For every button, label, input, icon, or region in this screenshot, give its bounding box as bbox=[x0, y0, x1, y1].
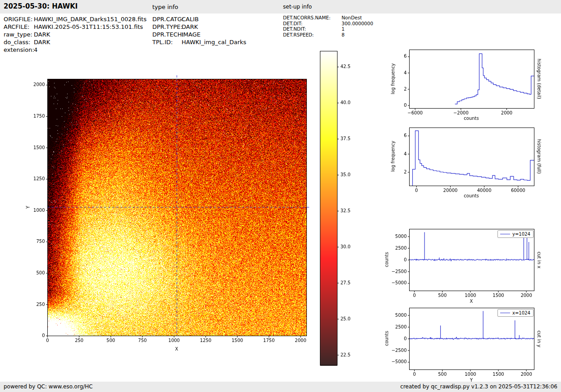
dark-frame-heatmap-canvas bbox=[18, 45, 365, 374]
meta-row: DPR.CATG:CALIB bbox=[152, 15, 246, 23]
cut-in-y-y-label: counts bbox=[384, 331, 389, 346]
legend-label: y=1024 bbox=[512, 232, 530, 237]
type-info-block: DPR.CATG:CALIBDPR.TYPE:DARKDPR.TECH:IMAG… bbox=[152, 15, 246, 46]
footer-right-text: created by qc_rawdisp.py v1.2.3 on 2025-… bbox=[400, 382, 557, 392]
meta-row: DPR.TYPE:DARK bbox=[152, 23, 246, 31]
meta-label: DET.RSPEED: bbox=[283, 32, 342, 38]
type-info-heading: type info bbox=[152, 4, 178, 10]
cut-in-y-title: cut in y bbox=[537, 330, 542, 347]
meta-value: NonDest bbox=[342, 15, 362, 21]
qc-report-page: 2025-05-30: HAWKI type info set-up info … bbox=[0, 0, 561, 392]
histogram-detail-title: histogram (detail) bbox=[537, 59, 542, 99]
legend-line-sample bbox=[500, 234, 510, 234]
main-x-axis-label: X bbox=[175, 346, 178, 351]
histogram-full-title: histogram (full) bbox=[537, 139, 542, 173]
meta-row: DET.NDIT:1 bbox=[283, 26, 373, 32]
meta-row: DPR.TECH:IMAGE bbox=[152, 31, 246, 38]
histogram-detail-x-label: counts bbox=[464, 116, 479, 121]
meta-label: DPR.TECH: bbox=[152, 31, 182, 38]
setup-info-block: DET.NCORRS.NAME:NonDestDET.DIT:300.00000… bbox=[283, 15, 373, 37]
page-title: 2025-05-30: HAWKI bbox=[4, 2, 78, 10]
meta-value: HAWKI_IMG_DARK_Darks151_0028.fits bbox=[34, 15, 146, 23]
meta-label: ARCFILE: bbox=[4, 23, 34, 31]
footer-bar: powered by QC: www.eso.org/HC created by… bbox=[0, 382, 561, 392]
meta-label: DET.DIT: bbox=[283, 21, 342, 27]
meta-label: DET.NCORRS.NAME: bbox=[283, 15, 342, 21]
setup-info-heading: set-up info bbox=[283, 4, 312, 10]
meta-value: 1 bbox=[342, 26, 345, 32]
histogram-full-canvas bbox=[385, 121, 545, 200]
meta-value: DARK bbox=[34, 31, 50, 38]
meta-row: DET.NCORRS.NAME:NonDest bbox=[283, 15, 373, 21]
meta-row: ORIGFILE:HAWKI_IMG_DARK_Darks151_0028.fi… bbox=[4, 15, 146, 23]
meta-label: DET.NDIT: bbox=[283, 26, 342, 32]
meta-value: 300.0000000 bbox=[342, 21, 373, 27]
legend-line-sample bbox=[500, 313, 510, 313]
meta-row: raw_type:DARK bbox=[4, 31, 146, 38]
meta-value: HAWKI.2025-05-31T11:15:53.101.fits bbox=[34, 23, 143, 31]
cut-in-y-legend: x=1024 bbox=[497, 309, 534, 317]
cut-in-x-legend: y=1024 bbox=[497, 230, 534, 238]
meta-label: ORIGFILE: bbox=[4, 15, 34, 23]
header-bar: 2025-05-30: HAWKI type info set-up info bbox=[0, 0, 561, 14]
cut-in-x-title: cut in x bbox=[537, 251, 542, 268]
meta-row: ARCFILE:HAWKI.2025-05-31T11:15:53.101.fi… bbox=[4, 23, 146, 31]
legend-label: x=1024 bbox=[512, 310, 530, 315]
meta-value: IMAGE bbox=[182, 31, 201, 38]
meta-row: DET.DIT:300.0000000 bbox=[283, 21, 373, 27]
meta-row: DET.RSPEED:8 bbox=[283, 32, 373, 38]
cut-in-x-y-label: counts bbox=[384, 252, 389, 267]
footer-left-text: powered by QC: www.eso.org/HC bbox=[4, 382, 93, 392]
histogram-detail-y-label: log frequency bbox=[391, 64, 396, 95]
meta-value: 8 bbox=[342, 32, 345, 38]
meta-value: CALIB bbox=[182, 15, 199, 23]
meta-label: DPR.TYPE: bbox=[152, 23, 182, 31]
histogram-full-y-label: log frequency bbox=[391, 141, 396, 172]
histogram-detail-canvas bbox=[385, 43, 545, 122]
meta-label: raw_type: bbox=[4, 31, 34, 38]
main-y-axis-label: Y bbox=[26, 206, 31, 209]
meta-value: DARK bbox=[182, 23, 198, 31]
histogram-full-x-label: counts bbox=[464, 193, 479, 198]
meta-label: DPR.CATG: bbox=[152, 15, 182, 23]
